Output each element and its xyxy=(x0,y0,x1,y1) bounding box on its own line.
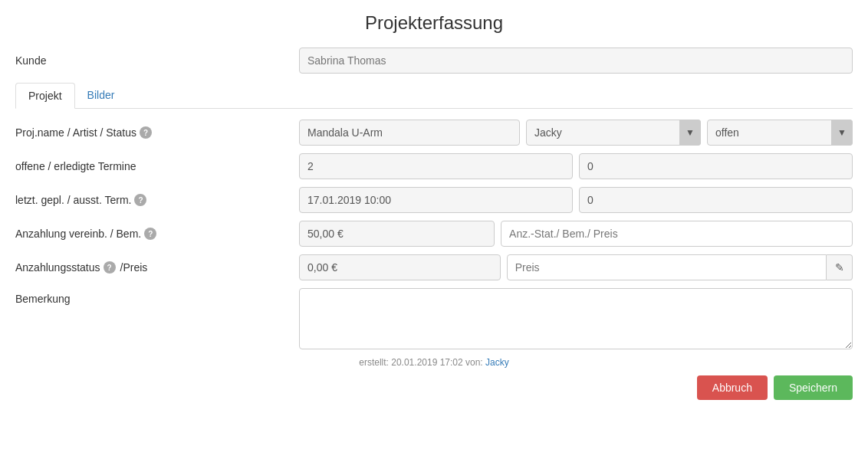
anzahlungsstatus-help-icon[interactable]: ? xyxy=(104,261,116,274)
bemerkung-label: Bemerkung xyxy=(15,288,299,305)
anzahlungsstatus-label: Anzahlungsstatus ? /Preis xyxy=(15,261,299,274)
anzahlung-bem-input[interactable] xyxy=(501,221,853,247)
anzahlung-row: Anzahlung vereinb. / Bem. ? xyxy=(15,221,853,247)
letzt-termin-input[interactable] xyxy=(299,187,573,213)
status-select-wrapper: offen erledigt storniert ▼ xyxy=(707,120,853,146)
bemerkung-textarea[interactable] xyxy=(299,288,853,349)
proj-name-fields: Jacky ▼ offen erledigt storniert ▼ xyxy=(299,120,853,146)
tab-projekt[interactable]: Projekt xyxy=(15,83,75,109)
anzahlung-fields xyxy=(299,221,853,247)
anzahlung-help-icon[interactable]: ? xyxy=(144,228,156,240)
letzt-termin-row: letzt. gepl. / ausst. Term. ? xyxy=(15,187,853,213)
created-user-link[interactable]: Jacky xyxy=(485,357,509,368)
termine-fields xyxy=(299,153,853,179)
preis-input[interactable] xyxy=(507,254,827,280)
termine-row: offene / erledigte Termine xyxy=(15,153,853,179)
button-row: Abbruch Speichern xyxy=(15,375,853,400)
anzahlung-input[interactable] xyxy=(299,221,495,247)
pencil-button[interactable]: ✎ xyxy=(827,254,853,280)
letzt-termin-help-icon[interactable]: ? xyxy=(134,194,146,206)
offene-termine-input[interactable] xyxy=(299,153,573,179)
ausst-termin-input[interactable] xyxy=(579,187,853,213)
bemerkung-field xyxy=(299,288,853,349)
tabs-row: Projekt Bilder xyxy=(15,83,853,109)
anzahlungsstatus-fields: ✎ xyxy=(299,254,853,280)
page-title: Projekterfassung xyxy=(15,12,853,34)
pencil-icon: ✎ xyxy=(835,261,844,274)
proj-name-input[interactable] xyxy=(299,120,520,146)
anzahlungsstatus-input[interactable] xyxy=(299,254,501,280)
speichern-button[interactable]: Speichern xyxy=(774,375,853,400)
proj-name-label: Proj.name / Artist / Status ? xyxy=(15,126,299,139)
anzahlungsstatus-row: Anzahlungsstatus ? /Preis ✎ xyxy=(15,254,853,280)
artist-select[interactable]: Jacky xyxy=(526,120,701,146)
termine-label: offene / erledigte Termine xyxy=(15,160,299,172)
proj-name-help-icon[interactable]: ? xyxy=(140,126,152,139)
kunde-input[interactable] xyxy=(299,48,853,74)
status-select[interactable]: offen erledigt storniert xyxy=(707,120,853,146)
tab-bilder[interactable]: Bilder xyxy=(75,83,127,108)
artist-select-wrapper: Jacky ▼ xyxy=(526,120,701,146)
kunde-row: Kunde xyxy=(15,48,853,74)
erledigte-termine-input[interactable] xyxy=(579,153,853,179)
preis-group: ✎ xyxy=(507,254,853,280)
anzahlung-label: Anzahlung vereinb. / Bem. ? xyxy=(15,228,299,240)
created-info: erstellt: 20.01.2019 17:02 von: Jacky xyxy=(15,357,853,368)
letzt-termin-fields xyxy=(299,187,853,213)
kunde-label: Kunde xyxy=(15,54,299,67)
kunde-field-wrapper xyxy=(299,48,853,74)
proj-name-row: Proj.name / Artist / Status ? Jacky ▼ of… xyxy=(15,120,853,146)
bemerkung-row: Bemerkung xyxy=(15,288,853,349)
abbruch-button[interactable]: Abbruch xyxy=(697,375,768,400)
letzt-termin-label: letzt. gepl. / ausst. Term. ? xyxy=(15,194,299,206)
